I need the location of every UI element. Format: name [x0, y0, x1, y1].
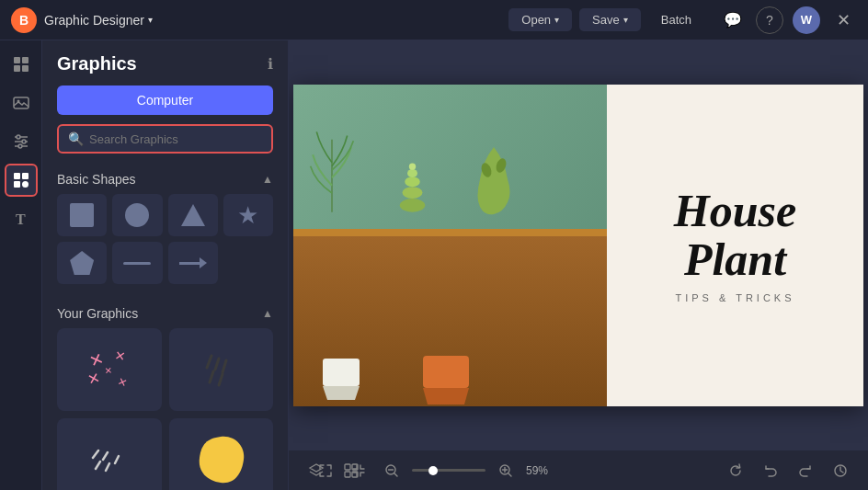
svg-text:✕: ✕	[116, 375, 129, 391]
svg-point-11	[18, 144, 22, 148]
search-icon: 🔍	[68, 131, 84, 146]
svg-point-15	[22, 181, 29, 188]
svg-line-26	[219, 374, 223, 385]
computer-button[interactable]: Computer	[57, 85, 273, 115]
history-icon[interactable]	[828, 458, 853, 484]
svg-line-51	[394, 473, 397, 476]
crosses-svg: ✕ ✕ ✕ ✕ ✕	[82, 342, 137, 397]
svg-point-38	[409, 164, 416, 170]
svg-line-30	[106, 463, 109, 471]
topbar-right: 💬 ? W ✕	[719, 6, 857, 34]
graphic-item-marks[interactable]	[169, 328, 274, 411]
svg-line-28	[103, 452, 108, 460]
svg-point-35	[403, 187, 423, 199]
graphic-item-dashes[interactable]	[57, 418, 162, 490]
plant1-svg	[309, 115, 355, 225]
canvas-container: House Plant TIPS & TRICKS	[293, 85, 863, 406]
shape-pentagon[interactable]	[57, 242, 107, 284]
redo-icon[interactable]	[793, 458, 818, 484]
arrow-icon	[179, 257, 207, 268]
avatar[interactable]: W	[793, 6, 820, 34]
undo-icon[interactable]	[758, 458, 783, 484]
svg-rect-4	[14, 97, 29, 108]
zoom-slider[interactable]	[412, 469, 485, 472]
basic-shapes-label: Basic Shapes	[57, 172, 136, 187]
svg-rect-0	[14, 57, 20, 63]
graphic-item-crosses[interactable]: ✕ ✕ ✕ ✕ ✕	[57, 328, 162, 411]
sidebar-btn-filter[interactable]	[5, 125, 38, 158]
plant3-svg	[466, 142, 521, 225]
triangle-icon	[181, 204, 205, 226]
text-section: House Plant TIPS & TRICKS	[607, 85, 863, 406]
help-icon-btn[interactable]: ?	[756, 6, 783, 34]
expand-icon[interactable]	[313, 458, 338, 484]
chat-icon-btn[interactable]: 💬	[719, 6, 747, 34]
sidebar-btn-text[interactable]: T	[5, 202, 38, 235]
zoom-slider-container	[412, 469, 485, 472]
marks-svg	[193, 342, 248, 397]
graphic-item-blob[interactable]	[169, 418, 274, 490]
graphics-grid: ✕ ✕ ✕ ✕ ✕	[42, 328, 288, 490]
shrink-icon[interactable]	[346, 458, 371, 484]
shape-star[interactable]: ★	[223, 194, 273, 236]
svg-text:✕: ✕	[86, 349, 106, 371]
zoom-in-icon[interactable]	[493, 458, 519, 484]
svg-text:✕: ✕	[104, 366, 112, 377]
svg-rect-43	[423, 356, 469, 388]
close-icon-btn[interactable]: ✕	[829, 6, 857, 34]
search-bar[interactable]: 🔍	[57, 124, 273, 154]
zoom-percentage: 59%	[526, 464, 555, 477]
app-name-dropdown[interactable]: Graphic Designer ▾	[44, 13, 153, 28]
refresh-icon[interactable]	[723, 458, 748, 484]
basic-shapes-toggle[interactable]: ▲	[262, 173, 273, 186]
svg-rect-12	[14, 173, 20, 179]
sidebar-btn-image[interactable]	[5, 86, 38, 120]
svg-text:T: T	[16, 211, 26, 227]
svg-line-27	[93, 450, 98, 458]
svg-rect-13	[22, 173, 29, 179]
save-button[interactable]: Save ▾	[579, 8, 641, 31]
svg-rect-2	[14, 65, 20, 72]
sidebar-btn-home[interactable]	[5, 48, 38, 81]
open-button[interactable]: Open ▾	[508, 8, 572, 31]
plant2-svg	[387, 152, 438, 225]
sidebar-btn-graphics[interactable]	[5, 164, 38, 197]
canvas-subtitle: TIPS & TRICKS	[674, 292, 796, 303]
svg-point-9	[17, 135, 20, 139]
canvas-title-line1: House Plant	[674, 187, 796, 283]
panel-title: Graphics	[57, 53, 137, 74]
topbar: B Graphic Designer ▾ Open ▾ Save ▾ Batch…	[0, 0, 868, 40]
line-icon	[123, 262, 151, 265]
app-logo[interactable]: B	[11, 7, 37, 33]
svg-rect-1	[22, 57, 29, 63]
pot1-svg	[318, 354, 364, 400]
basic-shapes-section-header: Basic Shapes ▲	[42, 159, 288, 194]
panel-sidebar: Graphics ℹ Computer 🔍 Basic Shapes ▲ ★	[42, 40, 289, 490]
main-area: T Graphics ℹ Computer 🔍 Basic Shapes ▲	[0, 40, 868, 490]
blob-svg	[188, 427, 253, 490]
batch-button[interactable]: Batch	[648, 8, 704, 31]
svg-marker-44	[423, 388, 469, 405]
shape-arrow[interactable]	[168, 242, 218, 284]
svg-point-34	[400, 199, 426, 212]
pot2-svg	[418, 351, 474, 406]
shape-circle[interactable]	[112, 194, 162, 236]
svg-rect-14	[14, 181, 20, 188]
zoom-out-icon[interactable]	[379, 458, 405, 484]
svg-rect-41	[323, 359, 360, 386]
svg-line-29	[96, 462, 100, 469]
your-graphics-label: Your Graphics	[57, 306, 138, 321]
info-icon[interactable]: ℹ	[268, 55, 273, 73]
shape-square[interactable]	[57, 194, 107, 236]
svg-line-24	[223, 360, 226, 372]
shape-line[interactable]	[112, 242, 162, 284]
star-icon: ★	[237, 203, 258, 227]
svg-text:✕: ✕	[113, 348, 127, 364]
svg-point-37	[407, 169, 417, 177]
svg-rect-3	[22, 65, 29, 72]
shape-triangle[interactable]	[168, 194, 218, 236]
search-input[interactable]	[89, 132, 262, 146]
your-graphics-toggle[interactable]: ▲	[262, 307, 273, 320]
svg-line-55	[508, 473, 511, 476]
svg-line-22	[207, 356, 211, 368]
